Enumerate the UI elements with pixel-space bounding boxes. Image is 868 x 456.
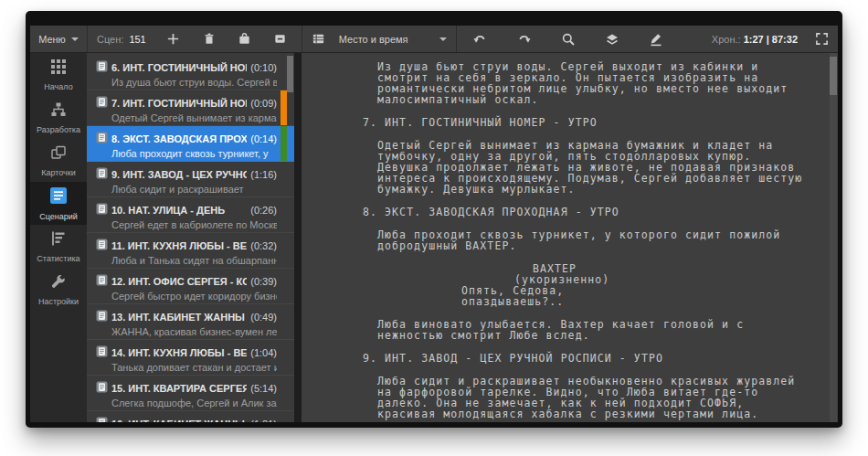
scene-card-icon [96,238,108,254]
sidebar-item-label: Карточки [41,168,76,177]
redo-icon [516,32,532,46]
scene-card-icon [96,380,108,397]
sidebar-item-script[interactable]: Сценарий [30,182,87,225]
scene-card-icon [96,95,108,111]
sidebar-item-settings[interactable]: Настройки [30,268,87,311]
script-block-action[interactable]: Из душа бьют струи воды. Сергей выходит … [302,61,816,105]
menu-button[interactable]: Меню [30,26,88,52]
scene-duration: (0:09) [250,98,277,109]
fast-format-button[interactable] [599,29,625,49]
menu-label: Меню [38,34,66,45]
scene-title: 7. ИНТ. ГОСТИНИЧНЫЙ НОМЕР ... [111,98,247,109]
chron-label: Хрон.: [712,34,741,45]
scene-title: 15. ИНТ. КВАРТИРА СЕРГЕЯ - НО... [111,383,247,394]
scene-title: 13. ИНТ. КАБИНЕТ ЖАННЫ - ВЕ... [111,312,247,323]
script-block-heading[interactable]: 8. ЭКСТ. ЗАВОДСКАЯ ПРОХОДНАЯ - УТРО [302,207,816,217]
scene-list-item[interactable]: 13. ИНТ. КАБИНЕТ ЖАННЫ - ВЕ... (0:49) ЖА… [87,304,294,340]
panel-divider[interactable] [294,53,302,422]
scene-duration: (0:39) [250,276,277,287]
scene-duration: (1:21) [250,419,277,423]
scene-description: Из душа бьют струи воды. Сергей выходит [111,77,277,88]
scene-duration: (0:26) [250,205,277,216]
add-folder-button[interactable] [232,29,258,49]
scene-list-item[interactable]: 16. ИНТ. КАБИНЕТ ЖАННЫ - ДЕНЬ (1:21) [87,411,294,422]
scene-counter: Сцен: 151 [97,34,146,45]
undo-icon [472,32,488,46]
sidebar-item-label: Статистика [37,254,79,263]
scene-card-icon [96,131,108,147]
scene-card-icon [96,345,108,361]
redo-button[interactable] [512,29,537,49]
script-block-heading[interactable]: 9. ИНТ. ЗАВОД - ЦЕХ РУЧНОЙ РОСПИСИ - УТР… [302,353,816,364]
scene-list-item[interactable]: 7. ИНТ. ГОСТИНИЧНЫЙ НОМЕР ... (0:09) Оде… [87,90,294,126]
fullscreen-button[interactable] [809,29,834,49]
scene-card-icon [96,273,108,290]
scene-description: Одетый Сергей вынимает из кармана [111,112,277,123]
pencil-icon [649,32,663,47]
sidebar-item-statistics[interactable]: Статистика [30,225,87,268]
sidebar-item-label: Настройки [38,297,79,306]
scene-duration: (1:16) [250,169,277,180]
script-editor-panel: Из душа бьют струи воды. Сергей выходит … [302,53,838,422]
scene-list-item[interactable]: 10. НАТ. УЛИЦА - ДЕНЬ (0:26) Сергей едет… [87,197,294,233]
scene-title: 6. ИНТ. ГОСТИНИЧНЫЙ НОМЕР ... [111,62,247,73]
script-block-dialog[interactable]: Опять, Седова, опаздываешь?.. [302,285,816,307]
sidebar-item-cards[interactable]: Карточки [30,139,87,182]
scene-list-item[interactable]: 11. ИНТ. КУХНЯ ЛЮБЫ - ВЕЧЕР (0:32) Люба … [87,233,294,269]
script-scrollbar-track[interactable] [830,53,837,422]
review-button[interactable] [643,29,669,49]
scene-duration: (1:04) [250,347,277,358]
sidebar-item-development[interactable]: Разработка [30,96,87,139]
scene-list-item[interactable]: 14. ИНТ. КУХНЯ ЛЮБЫ - ВЕЧЕР (1:04) Таньк… [87,340,294,376]
scene-list-scrollbar[interactable] [287,56,293,92]
dropdown-caret-icon [439,37,447,41]
scene-list-toggle-button[interactable] [306,29,332,49]
card-minus-icon [273,32,287,46]
scene-description: Танька допивает стакан и достает из-под [111,362,277,373]
scene-list-item[interactable]: 8. ЭКСТ. ЗАВОДСКАЯ ПРОХОДН... (0:14) Люб… [87,126,294,162]
navigation-sidebar: Начало Разработка Карточки Сценарий Стат… [30,53,87,422]
script-block-heading[interactable]: 7. ИНТ. ГОСТИНИЧНЫЙ НОМЕР - УТРО [302,117,816,128]
scene-duration: (5:14) [250,383,277,394]
scene-title: 8. ЭКСТ. ЗАВОДСКАЯ ПРОХОДН... [111,133,247,144]
scene-description: Сергей едет в кабриолете по Москве. Из [111,219,277,230]
script-content[interactable]: Из душа бьют струи воды. Сергей выходит … [302,53,816,422]
script-block-action[interactable]: Одетый Сергей вынимает из кармана бумажн… [302,140,816,195]
scene-card-icon [96,202,108,218]
scene-description: Слегка подшофе, Сергей и Алик заходят в [111,398,277,408]
scene-card-icon [96,166,108,183]
script-block-action[interactable]: Люба сидит и раскрашивает необыкновенно … [302,376,816,419]
scene-card-icon [96,59,108,76]
undo-button[interactable] [468,29,493,49]
cards-icon [50,144,67,164]
scene-description-button[interactable] [268,29,293,49]
script-block-action[interactable]: Люба виновато улыбается. Вахтер качает г… [302,319,816,341]
document-icon [49,186,68,208]
scenes-count: 151 [129,34,145,45]
layers-icon [605,32,619,47]
fullscreen-icon [815,32,829,46]
search-button[interactable] [556,29,581,49]
chron-value: 1:27 | 87:32 [744,34,798,45]
stats-icon [50,230,67,250]
add-scene-button[interactable] [161,29,186,49]
scene-type-dropdown[interactable]: Место и время [339,34,447,45]
delete-scene-button[interactable] [196,29,222,49]
script-scrollbar-thumb[interactable] [830,57,837,95]
toolbar: Меню Сцен: 151 [30,26,838,53]
sidebar-item-start[interactable]: Начало [30,53,87,96]
scene-title: 9. ИНТ. ЗАВОД - ЦЕХ РУЧНОЙ Р... [111,169,247,180]
scene-list-icon [312,32,325,46]
scene-description: Люба и Танька сидят на обшарпанной [111,255,277,266]
scene-title: 10. НАТ. УЛИЦА - ДЕНЬ [111,205,247,216]
scene-list-item[interactable]: 6. ИНТ. ГОСТИНИЧНЫЙ НОМЕР ... (0:10) Из … [87,55,294,90]
scene-title: 12. ИНТ. ОФИС СЕРГЕЯ - КОРИД... [111,276,247,287]
scene-list-item[interactable]: 15. ИНТ. КВАРТИРА СЕРГЕЯ - НО... (5:14) … [87,376,294,411]
scene-7-marker-bar [775,114,782,196]
script-block-action[interactable]: Люба проходит сквозь турникет, у которог… [302,229,816,251]
scene-title: 16. ИНТ. КАБИНЕТ ЖАННЫ - ДЕНЬ [111,419,247,423]
scene-list-item[interactable]: 9. ИНТ. ЗАВОД - ЦЕХ РУЧНОЙ Р... (1:16) Л… [87,162,294,197]
tree-icon [50,101,67,122]
scene-color-marker [281,126,287,161]
scene-list-item[interactable]: 12. ИНТ. ОФИС СЕРГЕЯ - КОРИД... (0:39) С… [87,269,294,304]
